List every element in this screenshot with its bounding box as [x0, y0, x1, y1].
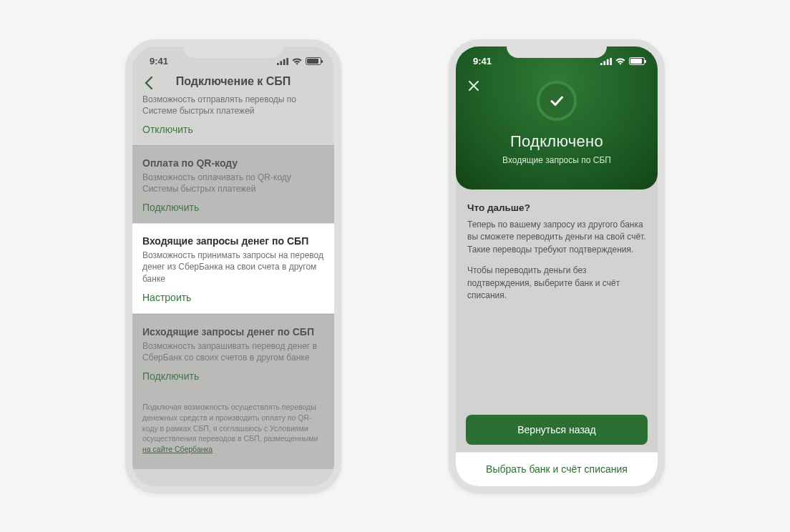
status-time: 9:41: [150, 56, 168, 66]
signal-icon: [277, 58, 288, 65]
svg-rect-7: [610, 58, 612, 66]
wifi-icon: [292, 58, 302, 65]
body-heading: Что дальше?: [467, 201, 646, 215]
terms-link[interactable]: на сайте Сбербанка: [142, 445, 213, 453]
device-notch: [183, 39, 283, 58]
status-time: 9:41: [473, 56, 492, 66]
svg-rect-2: [283, 59, 286, 65]
go-back-button[interactable]: Вернуться назад: [466, 415, 648, 445]
terms-footer: Подключая возможность осуществлять перев…: [132, 392, 334, 468]
hero-title: Подключено: [467, 132, 646, 151]
section-title: Оплата по QR-коду: [142, 157, 324, 169]
section-outgoing-transfers: Возможность отправлять переводы по Систе…: [132, 94, 334, 145]
svg-rect-1: [280, 61, 282, 65]
hero-subtitle: Входящие запросы по СБП: [467, 155, 646, 165]
screen-title: Подключение к СБП: [176, 75, 291, 88]
confirmation-actions: Вернуться назад Выбрать банк и счёт спис…: [456, 415, 658, 486]
svg-rect-6: [607, 59, 609, 65]
device-notch: [507, 39, 607, 58]
section-desc: Возможность запрашивать перевод денег в …: [142, 340, 324, 363]
screen-header: Подключение к СБП: [132, 71, 334, 94]
back-button[interactable]: [140, 74, 158, 92]
section-incoming-requests[interactable]: Входящие запросы денег по СБП Возможност…: [132, 223, 334, 314]
svg-rect-3: [286, 58, 288, 66]
section-desc: Возможность отправлять переводы по Систе…: [142, 94, 324, 117]
connect-button[interactable]: Подключить: [142, 202, 324, 213]
section-desc: Возможность принимать запросы на перевод…: [142, 250, 324, 285]
svg-rect-5: [603, 61, 605, 65]
battery-icon: [306, 57, 321, 65]
success-check-icon: [537, 81, 577, 121]
phone-sbp-settings: 9:41 Подключение к СБП: [125, 39, 341, 493]
body-paragraph: Теперь по вашему запросу из другого банк…: [467, 219, 646, 256]
phone-confirmation: 9:41 Подключено: [449, 39, 665, 493]
section-title: Исходящие запросы денег по СБП: [142, 326, 324, 338]
configure-button[interactable]: Настроить: [142, 292, 324, 303]
signal-icon: [600, 58, 612, 65]
section-qr-pay: Оплата по QR-коду Возможность оплачивать…: [132, 145, 334, 223]
battery-icon: [629, 57, 645, 65]
section-title: Входящие запросы денег по СБП: [142, 235, 324, 247]
confirmation-body: Что дальше? Теперь по вашему запросу из …: [456, 189, 658, 307]
wifi-icon: [615, 58, 625, 65]
section-outgoing-requests: Исходящие запросы денег по СБП Возможнос…: [132, 314, 334, 392]
disconnect-button[interactable]: Отключить: [142, 124, 324, 135]
choose-account-button[interactable]: Выбрать банк и счёт списания: [456, 452, 658, 486]
close-button[interactable]: [466, 78, 482, 94]
terms-text: Подключая возможность осуществлять перев…: [142, 403, 318, 443]
svg-rect-4: [600, 63, 603, 66]
body-paragraph: Чтобы переводить деньги без подтверждени…: [467, 265, 646, 302]
section-desc: Возможность оплачивать по QR-коду Систем…: [142, 172, 324, 194]
svg-rect-0: [277, 63, 279, 66]
connect-button[interactable]: Подключить: [142, 370, 324, 382]
